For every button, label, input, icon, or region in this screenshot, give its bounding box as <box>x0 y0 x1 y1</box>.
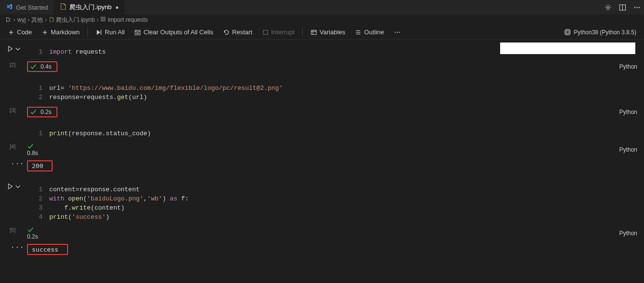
split-editor-button[interactable] <box>615 0 630 14</box>
svg-rect-26 <box>565 30 569 34</box>
add-markdown-button[interactable]: Markdown <box>38 28 84 37</box>
code-text: with open('baiduLogo.png','wb') as f: <box>49 194 189 203</box>
code-text: print(response.status_code) <box>49 129 151 138</box>
settings-button[interactable] <box>601 0 615 14</box>
run-all-button[interactable]: Run All <box>92 28 128 37</box>
cell-status-row: 0.4sPython <box>27 61 639 72</box>
svg-rect-6 <box>101 17 105 21</box>
cell-status-row: 0.8sPython <box>27 143 639 156</box>
line-number: 4 <box>30 212 42 222</box>
chevron-right-icon: › <box>97 16 98 23</box>
execution-time: 0.4s <box>41 63 52 70</box>
line-number: 1 <box>30 84 42 93</box>
tab-label: 爬虫入门.ipynb <box>70 3 112 12</box>
svg-point-25 <box>399 31 400 32</box>
dirty-indicator: ● <box>115 4 119 10</box>
run-cell-button[interactable] <box>7 183 14 191</box>
vscode-icon <box>6 3 13 12</box>
execution-time: 0.8s <box>27 150 38 156</box>
crumb-drive[interactable]: D: <box>6 16 12 23</box>
execution-count: [5] <box>10 227 15 233</box>
code-text: import requests <box>49 47 106 57</box>
line-number: 2 <box>30 194 42 203</box>
svg-point-23 <box>394 31 395 32</box>
code-line: 2response=requests.get(url) <box>30 93 634 102</box>
toolbar-more-button[interactable] <box>390 28 405 37</box>
check-icon <box>27 226 34 233</box>
status-inner: 0.2s <box>27 107 57 117</box>
breadcrumb: D: › wyj › 其他 › 爬虫入门.ipynb › import requ… <box>0 14 644 25</box>
line-number: 1 <box>30 129 42 138</box>
cell-language[interactable]: Python <box>619 230 639 237</box>
line-number: 2 <box>30 93 42 102</box>
check-icon <box>30 63 37 70</box>
output-ellipsis[interactable]: ··· <box>11 243 24 251</box>
divider <box>87 28 88 37</box>
crumb-file[interactable]: 爬虫入门.ipynb <box>49 16 95 24</box>
cell-status-row: 0.2sPython <box>27 107 639 117</box>
tab-get-started[interactable]: Get Started <box>0 0 54 14</box>
run-cell-button[interactable] <box>7 45 14 54</box>
code-line: 4print('success') <box>30 212 634 222</box>
divider <box>302 28 303 37</box>
crumb-folder[interactable]: 其他 <box>31 16 43 24</box>
execution-count: [2] <box>10 62 15 68</box>
code-cell: 1url= 'https://www.baidu.com/img/flexibl… <box>0 79 644 118</box>
chevron-right-icon: › <box>45 16 47 23</box>
code-editor[interactable]: 1content=response.content2with open('bai… <box>27 182 639 225</box>
tab-bar: Get Started 爬虫入门.ipynb ● <box>0 0 644 14</box>
chevron-down-icon[interactable] <box>14 45 21 54</box>
cell-language[interactable]: Python <box>619 146 639 153</box>
variables-button[interactable]: Variables <box>307 28 349 37</box>
cell-status-row: 0.2sPython <box>27 226 639 240</box>
code-editor[interactable]: 1url= 'https://www.baidu.com/img/flexibl… <box>27 81 639 105</box>
crumb-folder[interactable]: wyj <box>17 16 26 23</box>
clear-outputs-button[interactable]: Clear Outputs of All Cells <box>130 28 217 37</box>
code-line: 3 f.write(content) <box>30 203 634 212</box>
interrupt-button: Interrupt <box>258 28 298 37</box>
code-cell: 1content=response.content2with open('bai… <box>0 180 644 258</box>
svg-point-4 <box>636 7 637 8</box>
chevron-down-icon[interactable] <box>14 183 21 191</box>
kernel-selector[interactable]: Python38 (Python 3.8.5) <box>560 28 640 37</box>
cell-icon <box>100 16 106 23</box>
more-actions-button[interactable] <box>630 0 644 14</box>
outline-button[interactable]: Outline <box>351 28 388 37</box>
cell-run-column <box>7 45 21 54</box>
svg-rect-17 <box>311 30 317 34</box>
white-overlay <box>500 42 635 54</box>
crumb-cell[interactable]: import requests <box>100 16 148 23</box>
output-ellipsis[interactable]: ··· <box>11 160 24 168</box>
tab-label: Get Started <box>16 4 48 11</box>
code-line: 2with open('baiduLogo.png','wb') as f: <box>30 194 634 203</box>
svg-rect-16 <box>263 30 267 34</box>
execution-count: [3] <box>10 107 15 113</box>
svg-rect-7 <box>102 18 104 20</box>
execution-time: 0.2s <box>27 233 38 240</box>
notebook-icon <box>59 3 67 12</box>
code-line: 1print(response.status_code) <box>30 129 634 138</box>
cell-output: ···200 <box>17 158 639 173</box>
check-icon <box>27 143 34 150</box>
status-inner: 0.2s <box>27 226 38 240</box>
execution-count: [4] <box>10 143 15 149</box>
code-line: 1content=response.content <box>30 185 634 194</box>
status-inner: 0.8s <box>27 143 38 156</box>
line-number: 3 <box>30 203 42 212</box>
code-text: response=requests.get(url) <box>49 93 147 102</box>
line-number: 1 <box>30 185 42 194</box>
code-text: print('success') <box>49 212 110 222</box>
svg-point-0 <box>607 6 609 8</box>
svg-point-3 <box>634 7 635 8</box>
chevron-right-icon: › <box>28 16 29 23</box>
execution-time: 0.2s <box>41 109 52 115</box>
tab-notebook[interactable]: 爬虫入门.ipynb ● <box>54 0 124 14</box>
output-text: 200 <box>27 160 53 171</box>
cells-container: 1import requests[2]0.4sPython1url= 'http… <box>0 40 644 258</box>
cell-language[interactable]: Python <box>619 109 639 115</box>
code-editor[interactable]: 1print(response.status_code) <box>27 126 639 141</box>
status-inner: 0.4s <box>27 61 57 72</box>
add-code-button[interactable]: Code <box>4 28 36 37</box>
restart-button[interactable]: Restart <box>219 28 256 37</box>
cell-language[interactable]: Python <box>619 63 639 70</box>
